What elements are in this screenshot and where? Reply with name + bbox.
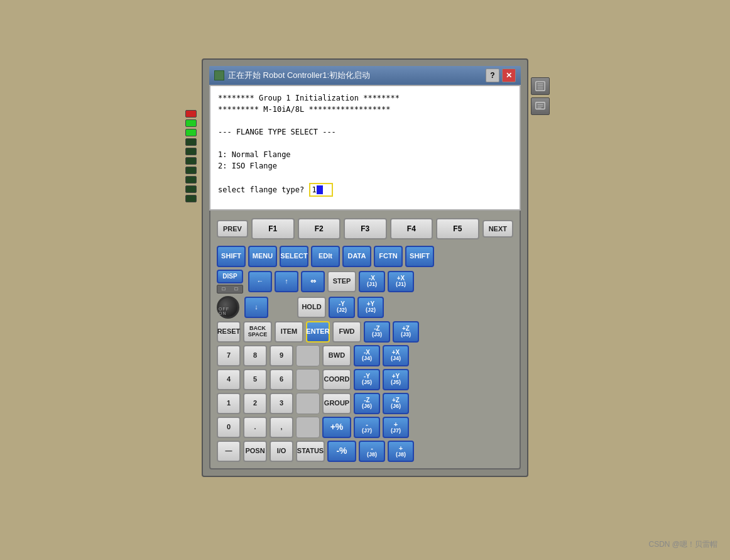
- axis-pos-y5-button[interactable]: +Y(J5): [383, 369, 409, 390]
- backspace-button[interactable]: BACKSPACE: [243, 321, 272, 343]
- arrow-left-button[interactable]: ←: [248, 271, 272, 292]
- kb-row-4: RESET BACKSPACE ITEM ENTER FWD -Z(J3) +Z…: [217, 321, 513, 343]
- num6-button[interactable]: 6: [270, 369, 293, 390]
- window-icon: [214, 70, 224, 80]
- status-button[interactable]: STATUS: [296, 441, 325, 462]
- indicator-3: [185, 129, 197, 136]
- axis-pos-x-button[interactable]: +X(J1): [388, 271, 414, 292]
- axis-pos-x4-button[interactable]: +X(J4): [383, 345, 409, 366]
- hold-button[interactable]: HOLD: [297, 297, 326, 318]
- plus-pct-button[interactable]: +%: [322, 417, 351, 438]
- edit-button[interactable]: EDIt: [311, 246, 340, 267]
- input-value: 1: [312, 185, 317, 194]
- axis-neg-x-button[interactable]: -X(J1): [359, 271, 385, 292]
- fctn-button[interactable]: FCTN: [374, 246, 403, 267]
- io-button[interactable]: I/O: [270, 441, 293, 462]
- num7-button[interactable]: 7: [217, 345, 241, 366]
- axis-neg-j7-button[interactable]: -(J7): [354, 417, 380, 438]
- item-button[interactable]: ITEM: [275, 321, 303, 343]
- fn-row: PREV F1 F2 F3 F4 F5 NEXT: [217, 218, 513, 239]
- coord-button[interactable]: COORD: [322, 369, 351, 390]
- panel-btn-1[interactable]: [531, 77, 550, 95]
- axis-neg-y5-button[interactable]: -Y(J5): [354, 369, 380, 390]
- axis-neg-y-button[interactable]: -Y(J2): [329, 297, 355, 318]
- comma-button[interactable]: ,: [270, 417, 293, 438]
- title-bar: 正在开始 Robot Controller1:初始化启动 ? ✕: [209, 66, 521, 85]
- robot-controller-panel: 正在开始 Robot Controller1:初始化启动 ? ✕: [202, 58, 528, 477]
- arrow-up-button[interactable]: ↑: [275, 271, 298, 292]
- arrow-down-button[interactable]: ↓: [244, 297, 268, 318]
- disp-area: DISP □□: [217, 270, 243, 294]
- indicator-8: [185, 176, 197, 184]
- num9-button[interactable]: 9: [270, 345, 293, 366]
- f1-button[interactable]: F1: [251, 218, 295, 239]
- kb-row-3: OFF ON ↓ HOLD -Y(J2) +Y(J2): [217, 296, 513, 319]
- num5-button[interactable]: 5: [243, 369, 267, 390]
- data-button[interactable]: DATA: [342, 246, 371, 267]
- axis-neg-z-button[interactable]: -Z(J3): [364, 321, 390, 343]
- kb-row-2: DISP □□ ← ↑ ⇔ STEP -X(J1) +X(J1): [217, 270, 513, 294]
- svg-rect-0: [536, 81, 545, 90]
- blank-key-2: [296, 369, 320, 390]
- help-button[interactable]: ?: [486, 69, 499, 82]
- num8-button[interactable]: 8: [243, 345, 267, 366]
- menu-button[interactable]: MENU: [248, 246, 277, 267]
- dot-button[interactable]: .: [243, 417, 267, 438]
- kb-row-5: 7 8 9 BWD -X(J4) +X(J4): [217, 345, 513, 366]
- reset-button[interactable]: RESET: [217, 321, 241, 343]
- f4-button[interactable]: F4: [390, 218, 433, 239]
- num0-button[interactable]: 0: [217, 417, 241, 438]
- text-cursor: [317, 185, 323, 194]
- bwd-button[interactable]: BWD: [322, 345, 351, 366]
- shift-right-button[interactable]: SHIFT: [405, 246, 434, 267]
- terminal-screen: ******** Group 1 Initialization ********…: [209, 85, 521, 211]
- select-button[interactable]: SELECT: [280, 246, 308, 267]
- right-panel: [531, 77, 550, 115]
- indicator-4: [185, 138, 197, 146]
- blank-key-1: [296, 345, 320, 366]
- num1-button[interactable]: 1: [217, 393, 241, 414]
- indicator-9: [185, 185, 197, 193]
- indicator-5: [185, 148, 197, 155]
- axis-neg-z6-button[interactable]: -Z(J6): [354, 393, 380, 414]
- kb-row-1: SHIFT MENU SELECT EDIt DATA FCTN SHIFT: [217, 246, 513, 267]
- blank-key-4: [296, 417, 320, 438]
- num2-button[interactable]: 2: [243, 393, 267, 414]
- f2-button[interactable]: F2: [298, 218, 341, 239]
- indicator-10: [185, 195, 197, 202]
- axis-neg-j8-button[interactable]: -(J8): [359, 441, 385, 462]
- axis-pos-j8-button[interactable]: +(J8): [388, 441, 414, 462]
- axis-pos-z6-button[interactable]: +Z(J6): [383, 393, 409, 414]
- disp-toggle: □□: [217, 285, 243, 294]
- minus-button[interactable]: —: [217, 441, 241, 462]
- fwd-button[interactable]: FWD: [332, 321, 361, 343]
- arrow-swap-button[interactable]: ⇔: [301, 271, 325, 292]
- enter-button[interactable]: ENTER: [306, 321, 330, 343]
- step-button[interactable]: STEP: [327, 271, 356, 292]
- axis-pos-z-button[interactable]: +Z(J3): [393, 321, 419, 343]
- status-indicators: [185, 110, 197, 202]
- f5-button[interactable]: F5: [436, 218, 479, 239]
- group-button[interactable]: GROUP: [322, 393, 351, 414]
- axis-pos-y-button[interactable]: +Y(J2): [357, 297, 384, 318]
- posn-button[interactable]: POSN: [243, 441, 267, 462]
- next-button[interactable]: NEXT: [482, 220, 513, 238]
- minus-pct-button[interactable]: -%: [327, 441, 356, 462]
- axis-pos-j7-button[interactable]: +(J7): [383, 417, 409, 438]
- blank-key-3: [296, 393, 320, 414]
- indicator-1: [185, 110, 197, 118]
- indicator-6: [185, 157, 197, 165]
- axis-neg-x4-button[interactable]: -X(J4): [354, 345, 380, 366]
- panel-btn-2[interactable]: [531, 97, 550, 115]
- num4-button[interactable]: 4: [217, 369, 241, 390]
- num3-button[interactable]: 3: [270, 393, 293, 414]
- close-button[interactable]: ✕: [502, 69, 516, 82]
- input-field[interactable]: 1: [309, 183, 333, 197]
- disp-button[interactable]: DISP: [217, 270, 243, 283]
- shift-left-button[interactable]: SHIFT: [217, 246, 246, 267]
- off-on-knob[interactable]: OFF ON: [217, 296, 239, 319]
- prev-button[interactable]: PREV: [217, 220, 248, 238]
- watermark: CSDN @嗯！贝雷帽: [648, 539, 717, 550]
- kb-row-7: 1 2 3 GROUP -Z(J6) +Z(J6): [217, 393, 513, 414]
- f3-button[interactable]: F3: [344, 218, 387, 239]
